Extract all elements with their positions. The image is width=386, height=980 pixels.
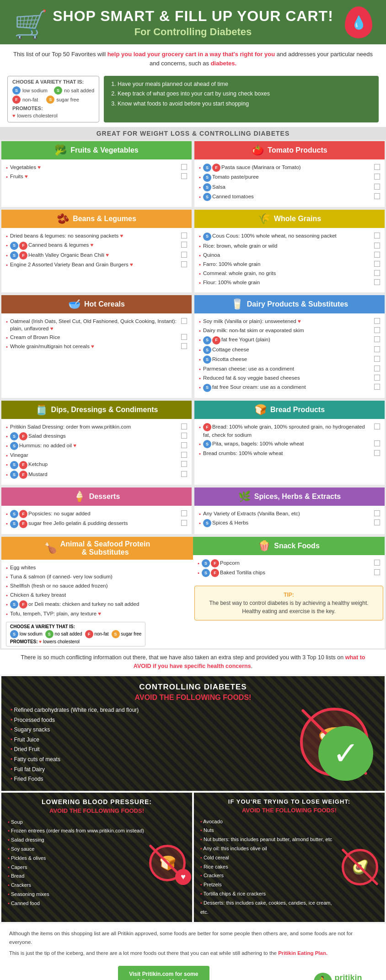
list-item: SRicotta cheese [199,355,380,364]
dips-icon: 🫙 [35,404,48,416]
checkbox[interactable] [374,450,380,456]
nonfat-icon: F [19,242,27,250]
checkbox[interactable] [374,356,380,362]
checkbox[interactable] [181,471,187,477]
checkbox[interactable] [374,261,380,267]
pritikin-plan-link[interactable]: Pritikin Eating Plan. [278,950,327,956]
dips-list: Pritikin Salad Dressing: order from www.… [1,419,192,481]
checkbox[interactable] [181,452,187,458]
checkbox[interactable] [374,252,380,258]
checkbox[interactable] [181,173,187,179]
list-item: SSpices & Herbs [199,519,380,527]
heart-icon: ♥ [12,113,16,118]
desserts-header: 🍦 Desserts [1,487,192,506]
list-item: Vinegar [6,451,187,459]
checkbox[interactable] [374,366,380,371]
list-item: Desserts: this includes cake, cookies, c… [200,899,338,917]
checkbox[interactable] [374,279,380,285]
dairy-icon: 🥛 [231,298,243,310]
checkbox[interactable] [181,424,187,429]
avoid-link[interactable]: what to AVOID if you have specific healt… [134,654,365,669]
pritikin-recipes-button[interactable]: Visit Pritikin.com for some delicious an… [118,966,209,980]
list-item: SFHealth Valley Organic Bean Chili ♥ [6,251,187,260]
promotes-label: lowers cholesterol [17,113,58,118]
animal-protein-left: 🍗 Animal & Seafood Protein& Substitutes … [1,537,193,649]
checkbox[interactable] [374,560,380,566]
checkbox[interactable] [181,334,187,340]
checkbox[interactable] [374,233,380,238]
low-sodium-icon: S [203,346,211,354]
list-item: Fatty cuts of meats [11,755,287,765]
list-item: Pickles & olives [8,854,145,863]
heart-beat-icon: ♥ [175,869,191,885]
avoid-diabetes-content: Refined carbohydrates (White rice, bread… [11,705,375,784]
list-item: Rice cakes [200,863,338,872]
pritikin-logo: 🏃 pritikin www.pritikin.com [314,971,372,980]
list-item: Crackers [8,881,145,890]
checkbox[interactable] [374,318,380,324]
checkbox[interactable] [181,343,187,349]
tomato-cell: 🍅 Tomato Products SFPasta sauce (Marinar… [194,141,385,207]
snack-tip-col: 🍿 Snack Foods SFPopcorn SFBaked Tortilla… [193,537,385,649]
animal-legend-row: S low sodium S no salt added F non-fat S… [10,630,141,638]
checkbox[interactable] [181,233,187,238]
checkbox[interactable] [181,433,187,439]
list-item: Fruit Juice [11,735,287,745]
checkbox[interactable] [181,442,187,448]
nonfat-icon: F [12,95,21,104]
footer: Although the items on this shopping list… [0,924,386,980]
low-sodium-icon: S [10,242,18,250]
list-item: SFPopsicles: no sugar added [6,510,187,518]
footer-text1: Although the items on this shopping list… [9,929,377,946]
checkbox[interactable] [181,520,187,526]
list-item: Oatmeal (Irish Oats, Steel Cut, Old Fash… [6,318,187,332]
checkbox[interactable] [181,261,187,267]
checkbox[interactable] [374,164,380,170]
low-sodium-icon: S [10,630,18,638]
checkbox[interactable] [374,193,380,199]
list-item: Fried Foods [11,774,287,784]
list-item: Chicken & turkey breast [6,591,188,599]
checkbox[interactable] [181,164,187,170]
fruits-veg-header: 🥦 Fruits & Vegetables [1,141,192,159]
nonfat-icon: F [19,461,27,469]
whole-grains-list: SCous Cous: 100% whole wheat, no seasoni… [194,228,385,289]
checkbox[interactable] [374,375,380,381]
checkbox[interactable] [374,440,380,446]
low-sodium-icon: S [12,86,21,95]
checkbox[interactable] [374,336,380,342]
avoid-bp-subtitle: AVOID THE FOLLOWING FOODS! [8,807,186,814]
checkbox[interactable] [374,270,380,276]
checkbox[interactable] [374,327,380,333]
low-sodium-icon: S [203,384,211,392]
checkbox[interactable] [374,243,380,249]
legend-tips-row: CHOOSE A VARIETY THAT IS: S low sodium S… [0,73,386,127]
checkbox[interactable] [374,346,380,352]
list-item: SSalsa [199,183,380,191]
checkbox[interactable] [374,184,380,190]
list-item: Rice: brown, whole grain or wild [199,242,380,250]
whole-grains-cell: 🌾 Whole Grains SCous Cous: 100% whole wh… [194,210,385,292]
beans-cell: 🫘 Beans & Legumes Dried beans & legumes:… [1,210,192,292]
checkbox[interactable] [374,519,380,525]
checkbox[interactable] [374,424,380,429]
checkbox[interactable] [181,252,187,258]
checkbox[interactable] [374,569,380,575]
snack-header: 🍿 Snack Foods [193,537,385,555]
checkbox[interactable] [181,242,187,248]
checkbox[interactable] [374,384,380,390]
list-item: Parmesan cheese: use as a condiment [199,365,380,373]
checkbox[interactable] [181,461,187,467]
tip-item-3: Know what foods to avoid before you star… [118,99,372,109]
nonfat-icon: F [19,251,27,260]
list-item: Egg whites [6,564,188,572]
checkbox[interactable] [374,174,380,180]
checkbox[interactable] [181,318,187,324]
list-item: Shellfish (fresh or no sauce added froze… [6,582,188,590]
low-sodium-icon: S [202,559,210,567]
checkbox[interactable] [181,510,187,516]
header: 🛒 SHOP SMART & FILL UP YOUR CART! For Co… [0,0,386,44]
list-item: FBread: 100% whole grain, 100% sprouted … [199,423,380,439]
checkbox[interactable] [374,510,380,516]
list-item: Seasoning mixes [8,890,145,899]
